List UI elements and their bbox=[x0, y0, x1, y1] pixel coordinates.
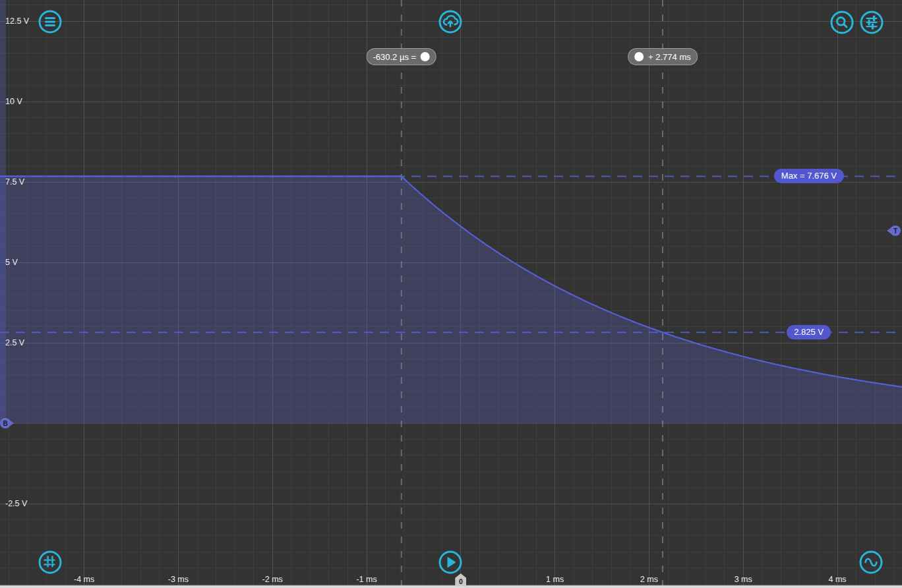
hamburger-icon bbox=[37, 9, 63, 35]
export-button[interactable] bbox=[437, 9, 464, 35]
sliders-icon bbox=[858, 9, 885, 36]
zoom-button[interactable] bbox=[829, 9, 855, 36]
x-axis-tick-label: -3 ms bbox=[168, 575, 189, 584]
plot-area[interactable] bbox=[0, 0, 902, 588]
y-axis-tick-label: -2.5 V bbox=[5, 499, 27, 508]
x-axis-tick-label: 3 ms bbox=[735, 575, 752, 584]
oscilloscope-view: 12.5 V10 V7.5 V5 V2.5 V-2.5 V -4 ms-3 ms… bbox=[0, 0, 902, 588]
magnifier-icon bbox=[829, 9, 855, 36]
x-axis-tick-label: -1 ms bbox=[356, 575, 376, 584]
y-axis-tick-label: 10 V bbox=[5, 97, 22, 106]
cursor-1-handle[interactable] bbox=[421, 52, 430, 61]
x-axis-tick-label: -4 ms bbox=[74, 575, 94, 584]
y-axis-tick-label: 7.5 V bbox=[5, 177, 24, 187]
time-cursor-1-value: -630.2 µs = bbox=[373, 52, 416, 62]
max-measurement-pill[interactable]: Max = 7.676 V bbox=[774, 169, 844, 183]
grid-toggle-button[interactable] bbox=[37, 549, 63, 575]
channel-b-offset-marker[interactable]: B bbox=[0, 418, 11, 428]
waveform-left-edge-fill bbox=[0, 0, 6, 423]
level-cursor-pill[interactable]: 2.825 V bbox=[787, 325, 831, 339]
menu-button[interactable] bbox=[37, 9, 63, 35]
y-axis-tick-label: 12.5 V bbox=[5, 16, 29, 26]
bottom-edge-bar bbox=[0, 585, 902, 588]
x-axis-tick-label: 2 ms bbox=[640, 575, 658, 584]
time-cursor-1-pill[interactable]: -630.2 µs = bbox=[366, 48, 436, 65]
x-axis-tick-label: 1 ms bbox=[546, 575, 564, 584]
cloud-upload-icon bbox=[437, 9, 464, 35]
grid-icon bbox=[37, 549, 63, 575]
sine-wave-icon bbox=[858, 549, 884, 575]
signal-source-button[interactable] bbox=[858, 549, 884, 575]
play-icon bbox=[437, 549, 464, 575]
waveform-fill bbox=[0, 176, 902, 423]
y-axis-tick-label: 2.5 V bbox=[5, 338, 24, 347]
y-axis-tick-label: 5 V bbox=[5, 258, 18, 267]
channel-settings-button[interactable] bbox=[858, 9, 885, 36]
time-cursor-delta-value: + 2.774 ms bbox=[648, 52, 691, 62]
x-axis-tick-label: -2 ms bbox=[262, 575, 283, 584]
x-axis-tick-label: 4 ms bbox=[828, 575, 846, 584]
run-button[interactable] bbox=[437, 549, 464, 575]
time-cursor-2-pill[interactable]: + 2.774 ms bbox=[628, 48, 698, 65]
cursor-2-handle[interactable] bbox=[634, 52, 644, 61]
